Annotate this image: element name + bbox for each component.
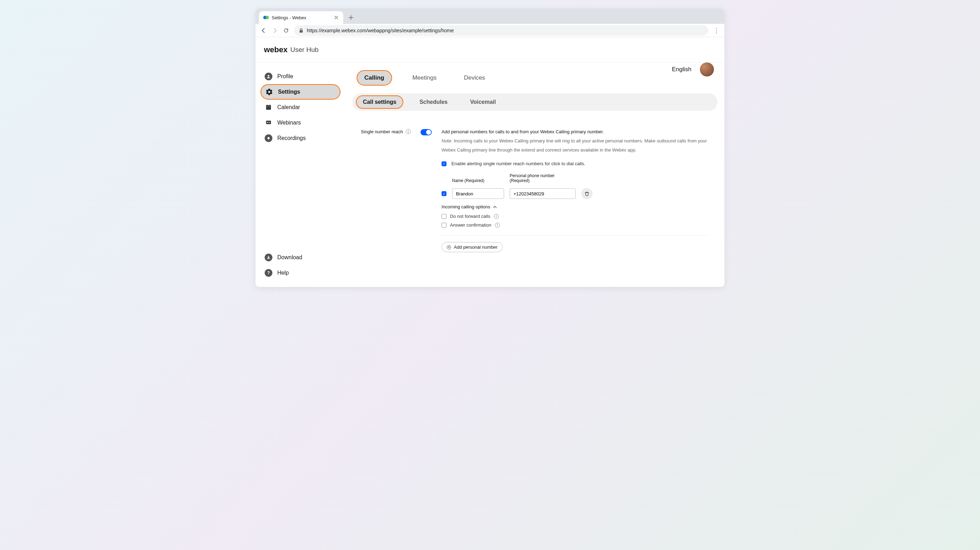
browser-menu-icon[interactable]: ⋮: [713, 27, 719, 34]
webinar-icon: [265, 119, 272, 127]
phone-input[interactable]: [510, 189, 576, 199]
alerting-label: Enable alerting single number reach numb…: [452, 161, 585, 166]
sidebar-item-label: Calendar: [277, 104, 300, 111]
add-personal-number-button[interactable]: + Add personal number: [442, 242, 503, 252]
svg-rect-2: [300, 30, 303, 33]
sidebar-item-download[interactable]: Download: [261, 250, 340, 265]
subtab-call-settings[interactable]: Call settings: [356, 95, 403, 109]
no-forward-label: Do not forward calls: [450, 214, 490, 219]
chevron-up-icon: [493, 206, 497, 208]
sidebar-item-recordings[interactable]: Recordings: [261, 130, 340, 146]
address-bar: https://example.webex.com/webappng/sites…: [256, 24, 724, 37]
svg-rect-9: [266, 120, 271, 124]
incoming-options-toggle[interactable]: Incoming calling options: [442, 204, 709, 209]
person-icon: [265, 73, 272, 80]
add-btn-label: Add personal number: [454, 244, 497, 250]
plus-icon: +: [447, 245, 451, 249]
record-icon: [265, 134, 272, 142]
brand-subtitle: User Hub: [290, 46, 318, 54]
answer-conf-label: Answer confirmation: [450, 222, 492, 228]
avatar[interactable]: [700, 62, 714, 76]
alerting-row: ✓ Enable alerting single number reach nu…: [442, 161, 709, 166]
trash-icon: [584, 191, 589, 196]
snr-toggle[interactable]: [420, 129, 432, 135]
close-icon[interactable]: [334, 15, 339, 21]
info-icon[interactable]: i: [406, 129, 410, 134]
calendar-icon: [265, 103, 272, 111]
no-forward-checkbox[interactable]: [442, 214, 447, 219]
subtab-voicemail[interactable]: Voicemail: [464, 96, 502, 108]
svg-rect-7: [270, 105, 270, 106]
tab-meetings[interactable]: Meetings: [406, 71, 444, 85]
tab-calling[interactable]: Calling: [356, 70, 392, 86]
sidebar-item-label: Help: [277, 270, 289, 276]
forward-icon[interactable]: [272, 27, 278, 34]
brand-logo: webex: [264, 45, 288, 54]
snr-note: Note: Incoming calls to your Webex Calli…: [442, 136, 709, 155]
opt-answer-confirmation: Answer confirmation i: [442, 222, 709, 228]
snr-desc: Add personal numbers for calls to and fr…: [442, 129, 709, 134]
back-icon[interactable]: [261, 27, 267, 34]
svg-point-3: [268, 75, 270, 77]
sidebar-item-label: Recordings: [277, 135, 306, 141]
svg-rect-6: [267, 105, 267, 106]
number-row-header: Name (Required) Personal phone number (R…: [442, 173, 709, 183]
sidebar-item-label: Webinars: [277, 120, 301, 126]
reload-icon[interactable]: [283, 27, 289, 34]
sidebar: Profile Settings Calendar Webinars: [256, 62, 345, 287]
help-icon: ?: [265, 269, 272, 277]
sidebar-item-label: Settings: [278, 89, 300, 95]
alerting-checkbox[interactable]: ✓: [442, 162, 447, 166]
snr-panel: Single number reach i Add personal numbe…: [352, 120, 718, 263]
panel-left: Single number reach i: [361, 129, 434, 252]
svg-point-10: [267, 122, 268, 123]
sidebar-item-settings[interactable]: Settings: [261, 84, 340, 100]
snr-title: Single number reach: [361, 129, 403, 134]
row-enable-checkbox[interactable]: ✓: [442, 191, 447, 196]
content: English Calling Meetings Devices Call se…: [345, 62, 724, 287]
gear-icon: [266, 88, 273, 96]
opt-no-forward: Do not forward calls i: [442, 214, 709, 219]
svg-point-1: [266, 16, 269, 19]
new-tab-button[interactable]: [348, 15, 354, 21]
url-text: https://example.webex.com/webappng/sites…: [307, 28, 454, 33]
primary-tabs: Calling Meetings Devices: [356, 70, 724, 86]
panel-right: Add personal numbers for calls to and fr…: [442, 129, 709, 252]
answer-conf-checkbox[interactable]: [442, 223, 447, 228]
svg-point-11: [267, 137, 270, 139]
tab-strip: Settings - Webex: [256, 8, 724, 24]
tab-devices[interactable]: Devices: [457, 71, 492, 85]
info-icon[interactable]: i: [495, 223, 500, 228]
browser-tab[interactable]: Settings - Webex: [259, 11, 343, 24]
sidebar-item-webinars[interactable]: Webinars: [261, 115, 340, 130]
header-right: English: [672, 62, 714, 76]
language-selector[interactable]: English: [672, 66, 692, 73]
name-input[interactable]: [452, 189, 504, 199]
secondary-tabs: Call settings Schedules Voicemail: [352, 93, 718, 111]
subtab-schedules[interactable]: Schedules: [413, 96, 454, 108]
app-header: webex User Hub: [256, 37, 724, 62]
delete-button[interactable]: [581, 188, 592, 199]
sidebar-item-calendar[interactable]: Calendar: [261, 100, 340, 115]
sidebar-item-label: Download: [277, 254, 302, 261]
sidebar-item-label: Profile: [277, 73, 293, 79]
tab-title: Settings - Webex: [272, 15, 331, 21]
divider: [442, 235, 709, 236]
lock-icon: [299, 28, 303, 33]
incoming-label: Incoming calling options: [442, 204, 490, 209]
phone-label: Personal phone number (Required): [510, 173, 576, 183]
browser-window: Settings - Webex https://example.webex.c…: [256, 8, 724, 287]
download-icon: [265, 254, 272, 262]
name-label: Name (Required): [452, 178, 504, 183]
sidebar-item-profile[interactable]: Profile: [261, 69, 340, 84]
info-icon[interactable]: i: [494, 214, 499, 219]
webex-favicon: [263, 15, 269, 21]
url-field[interactable]: https://example.webex.com/webappng/sites…: [294, 25, 708, 36]
app-body: Profile Settings Calendar Webinars: [256, 62, 724, 287]
number-row: ✓: [442, 188, 709, 199]
sidebar-item-help[interactable]: ? Help: [261, 265, 340, 281]
